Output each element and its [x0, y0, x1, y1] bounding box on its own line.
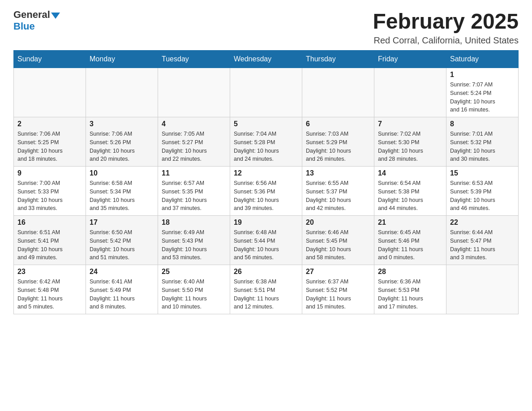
calendar-cell: 11Sunrise: 6:57 AMSunset: 5:35 PMDayligh… — [158, 167, 230, 216]
day-info: Sunrise: 7:04 AMSunset: 5:28 PMDaylight:… — [234, 130, 298, 163]
calendar-cell — [230, 68, 302, 117]
day-number: 22 — [450, 218, 515, 227]
day-info: Sunrise: 7:02 AMSunset: 5:30 PMDaylight:… — [378, 130, 442, 163]
calendar-cell: 25Sunrise: 6:40 AMSunset: 5:50 PMDayligh… — [158, 265, 230, 314]
day-info: Sunrise: 6:48 AMSunset: 5:44 PMDaylight:… — [234, 228, 298, 262]
day-info: Sunrise: 7:06 AMSunset: 5:25 PMDaylight:… — [17, 130, 82, 163]
calendar-cell: 7Sunrise: 7:02 AMSunset: 5:30 PMDaylight… — [374, 117, 446, 167]
day-info: Sunrise: 6:54 AMSunset: 5:38 PMDaylight:… — [378, 179, 442, 213]
calendar-week-row: 1Sunrise: 7:07 AMSunset: 5:24 PMDaylight… — [14, 68, 519, 117]
weekday-header-friday: Friday — [374, 51, 446, 68]
day-number: 27 — [306, 268, 370, 276]
day-number: 1 — [450, 71, 515, 79]
calendar-table: SundayMondayTuesdayWednesdayThursdayFrid… — [13, 50, 519, 314]
day-number: 15 — [450, 169, 515, 177]
day-number: 10 — [90, 169, 154, 177]
day-number: 9 — [17, 169, 82, 177]
calendar-cell: 24Sunrise: 6:41 AMSunset: 5:49 PMDayligh… — [86, 265, 158, 314]
calendar-cell: 17Sunrise: 6:50 AMSunset: 5:42 PMDayligh… — [86, 216, 158, 265]
day-number: 11 — [162, 169, 226, 177]
day-info: Sunrise: 6:37 AMSunset: 5:52 PMDaylight:… — [306, 278, 370, 311]
calendar-cell: 15Sunrise: 6:53 AMSunset: 5:39 PMDayligh… — [446, 167, 519, 216]
calendar-cell: 8Sunrise: 7:01 AMSunset: 5:32 PMDaylight… — [446, 117, 519, 167]
day-info: Sunrise: 6:50 AMSunset: 5:42 PMDaylight:… — [90, 228, 154, 262]
calendar-cell: 4Sunrise: 7:05 AMSunset: 5:27 PMDaylight… — [158, 117, 230, 167]
page-header: General Blue February 2025 Red Corral, C… — [13, 9, 519, 46]
calendar-cell — [302, 68, 374, 117]
day-info: Sunrise: 6:51 AMSunset: 5:41 PMDaylight:… — [17, 228, 82, 262]
calendar-cell: 18Sunrise: 6:49 AMSunset: 5:43 PMDayligh… — [158, 216, 230, 265]
logo-blue-text: Blue — [13, 21, 35, 32]
calendar-cell: 28Sunrise: 6:36 AMSunset: 5:53 PMDayligh… — [374, 265, 446, 314]
day-number: 14 — [378, 169, 442, 177]
weekday-header-wednesday: Wednesday — [230, 51, 302, 68]
day-info: Sunrise: 6:41 AMSunset: 5:49 PMDaylight:… — [90, 278, 154, 311]
calendar-cell: 19Sunrise: 6:48 AMSunset: 5:44 PMDayligh… — [230, 216, 302, 265]
day-info: Sunrise: 6:56 AMSunset: 5:36 PMDaylight:… — [234, 179, 298, 213]
weekday-header-monday: Monday — [86, 51, 158, 68]
day-info: Sunrise: 7:03 AMSunset: 5:29 PMDaylight:… — [306, 130, 370, 163]
day-info: Sunrise: 6:42 AMSunset: 5:48 PMDaylight:… — [17, 278, 82, 311]
month-title: February 2025 — [373, 9, 519, 34]
day-number: 7 — [378, 120, 442, 128]
day-info: Sunrise: 7:06 AMSunset: 5:26 PMDaylight:… — [90, 130, 154, 163]
calendar-cell: 12Sunrise: 6:56 AMSunset: 5:36 PMDayligh… — [230, 167, 302, 216]
day-info: Sunrise: 6:45 AMSunset: 5:46 PMDaylight:… — [378, 228, 442, 262]
calendar-cell — [86, 68, 158, 117]
calendar-cell: 14Sunrise: 6:54 AMSunset: 5:38 PMDayligh… — [374, 167, 446, 216]
day-number: 16 — [17, 218, 82, 227]
calendar-cell: 26Sunrise: 6:38 AMSunset: 5:51 PMDayligh… — [230, 265, 302, 314]
day-info: Sunrise: 7:05 AMSunset: 5:27 PMDaylight:… — [162, 130, 226, 163]
day-number: 28 — [378, 268, 442, 276]
day-number: 2 — [17, 120, 82, 128]
calendar-header-row: SundayMondayTuesdayWednesdayThursdayFrid… — [14, 51, 519, 68]
calendar-cell: 5Sunrise: 7:04 AMSunset: 5:28 PMDaylight… — [230, 117, 302, 167]
day-info: Sunrise: 6:58 AMSunset: 5:34 PMDaylight:… — [90, 179, 154, 213]
day-info: Sunrise: 6:44 AMSunset: 5:47 PMDaylight:… — [450, 228, 515, 262]
day-info: Sunrise: 6:40 AMSunset: 5:50 PMDaylight:… — [162, 278, 226, 311]
logo-general-text: General — [13, 9, 50, 21]
calendar-week-row: 23Sunrise: 6:42 AMSunset: 5:48 PMDayligh… — [14, 265, 519, 314]
calendar-cell: 10Sunrise: 6:58 AMSunset: 5:34 PMDayligh… — [86, 167, 158, 216]
day-info: Sunrise: 6:53 AMSunset: 5:39 PMDaylight:… — [450, 179, 515, 213]
day-number: 23 — [17, 268, 82, 276]
day-number: 8 — [450, 120, 515, 128]
calendar-cell: 6Sunrise: 7:03 AMSunset: 5:29 PMDaylight… — [302, 117, 374, 167]
logo: General Blue — [13, 9, 60, 32]
location-subtitle: Red Corral, California, United States — [373, 35, 519, 46]
title-area: February 2025 Red Corral, California, Un… — [373, 9, 519, 46]
day-info: Sunrise: 7:01 AMSunset: 5:32 PMDaylight:… — [450, 130, 515, 163]
weekday-header-sunday: Sunday — [14, 51, 86, 68]
day-number: 25 — [162, 268, 226, 276]
calendar-cell: 27Sunrise: 6:37 AMSunset: 5:52 PMDayligh… — [302, 265, 374, 314]
day-number: 26 — [234, 268, 298, 276]
day-info: Sunrise: 7:00 AMSunset: 5:33 PMDaylight:… — [17, 179, 82, 213]
calendar-cell — [14, 68, 86, 117]
day-number: 20 — [306, 218, 370, 227]
day-number: 18 — [162, 218, 226, 227]
calendar-cell: 13Sunrise: 6:55 AMSunset: 5:37 PMDayligh… — [302, 167, 374, 216]
day-info: Sunrise: 6:55 AMSunset: 5:37 PMDaylight:… — [306, 179, 370, 213]
day-number: 4 — [162, 120, 226, 128]
day-number: 5 — [234, 120, 298, 128]
day-number: 3 — [90, 120, 154, 128]
day-number: 13 — [306, 169, 370, 177]
day-number: 21 — [378, 218, 442, 227]
day-info: Sunrise: 6:49 AMSunset: 5:43 PMDaylight:… — [162, 228, 226, 262]
weekday-header-tuesday: Tuesday — [158, 51, 230, 68]
day-number: 19 — [234, 218, 298, 227]
calendar-cell — [446, 265, 519, 314]
day-info: Sunrise: 6:46 AMSunset: 5:45 PMDaylight:… — [306, 228, 370, 262]
calendar-cell: 23Sunrise: 6:42 AMSunset: 5:48 PMDayligh… — [14, 265, 86, 314]
day-number: 6 — [306, 120, 370, 128]
day-info: Sunrise: 7:07 AMSunset: 5:24 PMDaylight:… — [450, 81, 515, 114]
day-number: 17 — [90, 218, 154, 227]
calendar-cell: 16Sunrise: 6:51 AMSunset: 5:41 PMDayligh… — [14, 216, 86, 265]
calendar-cell: 1Sunrise: 7:07 AMSunset: 5:24 PMDaylight… — [446, 68, 519, 117]
calendar-week-row: 2Sunrise: 7:06 AMSunset: 5:25 PMDaylight… — [14, 117, 519, 167]
calendar-week-row: 16Sunrise: 6:51 AMSunset: 5:41 PMDayligh… — [14, 216, 519, 265]
calendar-cell: 3Sunrise: 7:06 AMSunset: 5:26 PMDaylight… — [86, 117, 158, 167]
weekday-header-thursday: Thursday — [302, 51, 374, 68]
logo-arrow-icon — [51, 13, 60, 19]
day-info: Sunrise: 6:38 AMSunset: 5:51 PMDaylight:… — [234, 278, 298, 311]
